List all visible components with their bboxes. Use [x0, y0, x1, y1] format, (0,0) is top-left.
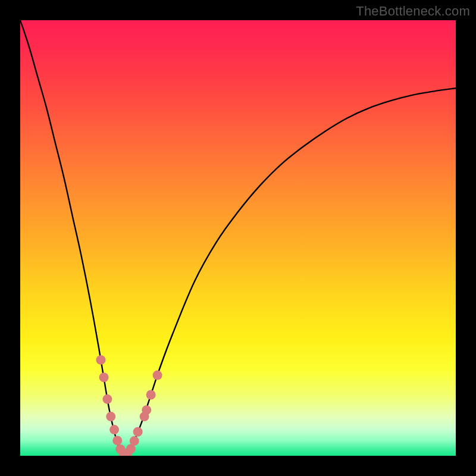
curve-marker: [112, 436, 122, 445]
curve-marker: [133, 427, 143, 437]
curve-marker: [146, 390, 156, 400]
curve-marker: [109, 425, 119, 434]
curve-marker: [96, 355, 105, 365]
curve-marker: [142, 405, 151, 415]
watermark-text: TheBottleneck.com: [356, 4, 470, 19]
curve-marker: [106, 412, 115, 421]
marker-group: [96, 355, 162, 456]
curve-marker: [153, 371, 162, 380]
chart-frame: TheBottleneck.com: [0, 0, 476, 476]
curve-marker: [102, 394, 112, 404]
curve-layer: [20, 20, 456, 456]
bottleneck-curve: [20, 20, 456, 456]
plot-area: [20, 20, 456, 456]
curve-marker: [99, 372, 109, 382]
curve-marker: [130, 436, 139, 446]
